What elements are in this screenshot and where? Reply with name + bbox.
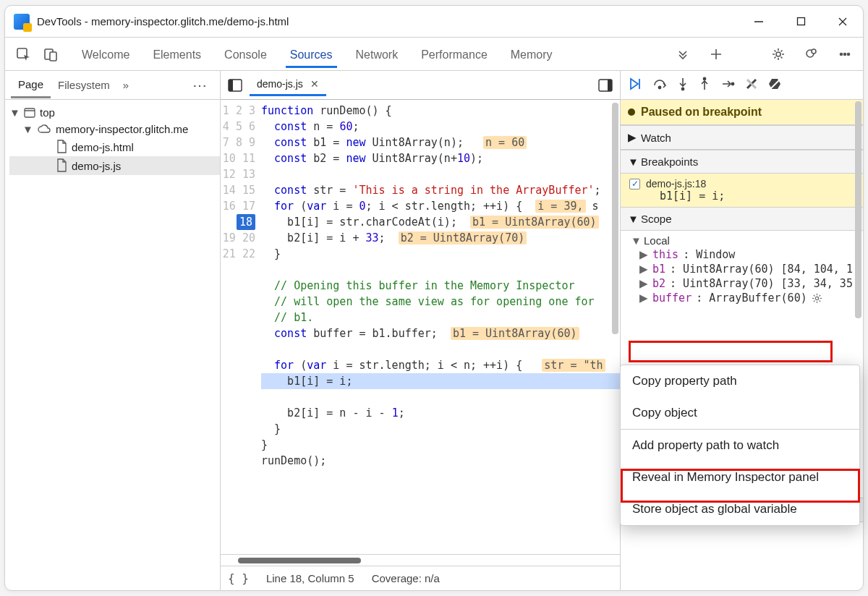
editor-statusbar: { } Line 18, Column 5 Coverage: n/a — [221, 566, 620, 590]
tab-welcome[interactable]: Welcome — [80, 41, 131, 67]
file-tree: ▼ top ▼ memory-inspector.glitch.me demo-… — [5, 100, 220, 175]
scope-section-header[interactable]: ▼Scope — [621, 207, 863, 231]
code-editor[interactable]: 1 2 3 4 5 6 7 8 9 10 11 12 13 14 15 16 1… — [221, 100, 620, 554]
svg-point-32 — [815, 297, 818, 299]
close-tab-icon[interactable]: ✕ — [310, 78, 319, 90]
window-maximize-button[interactable] — [783, 7, 818, 37]
scope-body: ▼Local ▶this: Window ▶b1: Uint8Array(60)… — [621, 231, 863, 310]
kebab-menu-icon[interactable] — [833, 42, 857, 67]
paused-banner: Paused on breakpoint — [621, 100, 863, 125]
scope-local-label: Local — [644, 234, 670, 247]
document-icon — [56, 140, 67, 154]
feedback-icon[interactable] — [799, 42, 824, 67]
navigator-tab-filesystem[interactable]: Filesystem — [51, 73, 117, 97]
scope-label: Scope — [641, 213, 672, 225]
window-close-button[interactable] — [825, 7, 860, 37]
navigator-more-icon[interactable]: ⋯ — [187, 77, 214, 94]
window-title: DevTools - memory-inspector.glitch.me/de… — [37, 15, 289, 27]
breakpoint-item[interactable]: demo-js.js:18 b1[i] = i; — [621, 174, 863, 207]
ctx-reveal-memory-inspector[interactable]: Reveal in Memory Inspector panel — [621, 461, 859, 493]
window-minimize-button[interactable] — [741, 7, 776, 37]
scope-b1[interactable]: ▶b1: Uint8Array(60) [84, 104, 1 — [628, 262, 863, 276]
tab-network[interactable]: Network — [354, 41, 400, 67]
scope-b2[interactable]: ▶b2: Uint8Array(70) [33, 34, 35 — [628, 276, 863, 291]
tab-memory[interactable]: Memory — [509, 41, 554, 67]
tab-performance[interactable]: Performance — [420, 41, 489, 67]
tree-origin-label: memory-inspector.glitch.me — [56, 123, 188, 135]
svg-line-40 — [814, 300, 815, 302]
coverage-status: Coverage: n/a — [372, 572, 440, 584]
step-icon[interactable] — [720, 77, 735, 93]
toggle-navigator-icon[interactable] — [225, 75, 245, 95]
svg-rect-6 — [50, 52, 56, 61]
tree-file-js[interactable]: demo-js.js — [9, 156, 220, 175]
svg-point-14 — [848, 53, 850, 55]
tree-top-frame[interactable]: ▼ top — [9, 104, 220, 121]
inspect-element-icon[interactable] — [11, 42, 35, 67]
ctx-copy-object[interactable]: Copy object — [621, 397, 859, 429]
deactivate-breakpoints-icon[interactable] — [745, 77, 758, 93]
titlebar: DevTools - memory-inspector.glitch.me/de… — [5, 6, 863, 38]
svg-point-26 — [703, 77, 705, 80]
navigator-tabs: Page Filesystem » ⋯ — [5, 71, 220, 100]
step-over-icon[interactable] — [652, 77, 667, 93]
tab-sources[interactable]: Sources — [289, 41, 334, 67]
breakpoints-section-header[interactable]: ▼Breakpoints — [621, 150, 863, 174]
tab-console[interactable]: Console — [223, 41, 268, 67]
ctx-store-global[interactable]: Store object as global variable — [621, 493, 859, 525]
breakpoint-code: b1[i] = i; — [629, 190, 856, 203]
editor-tab-file[interactable]: demo-js.js ✕ — [250, 74, 326, 96]
tree-origin[interactable]: ▼ memory-inspector.glitch.me — [9, 121, 220, 137]
editor-tabbar: demo-js.js ✕ — [221, 71, 620, 100]
debugger-toolbar — [621, 71, 863, 100]
editor-vertical-scrollbar[interactable] — [610, 103, 620, 551]
tree-file-js-label: demo-js.js — [72, 160, 121, 172]
svg-point-28 — [731, 82, 733, 85]
step-into-icon[interactable] — [677, 77, 689, 93]
step-out-icon[interactable] — [699, 77, 710, 93]
context-menu: Copy property path Copy object Add prope… — [620, 365, 860, 526]
cloud-icon — [37, 124, 51, 135]
resume-icon[interactable] — [628, 77, 642, 93]
watch-section-header[interactable]: ▶Watch — [621, 125, 863, 150]
watch-label: Watch — [641, 132, 671, 144]
toggle-debugger-icon[interactable] — [595, 75, 616, 95]
pause-on-exceptions-icon[interactable] — [768, 77, 783, 93]
paused-text: Paused on breakpoint — [641, 106, 762, 119]
scope-buffer[interactable]: ▶buffer: ArrayBuffer(60) — [628, 291, 863, 305]
scope-local-header[interactable]: ▼Local — [628, 234, 863, 247]
tree-file-html-label: demo-js.html — [72, 141, 134, 153]
scope-this[interactable]: ▶this: Window — [628, 247, 863, 262]
ctx-add-watch[interactable]: Add property path to watch — [621, 430, 859, 461]
svg-point-12 — [841, 53, 843, 55]
navigator-overflow-icon[interactable]: » — [123, 79, 129, 91]
svg-point-22 — [658, 86, 660, 88]
tab-elements[interactable]: Elements — [151, 41, 203, 67]
app-icon — [14, 14, 30, 30]
tree-file-html[interactable]: demo-js.html — [9, 137, 220, 156]
editor-tab-label: demo-js.js — [257, 78, 303, 90]
device-toolbar-icon[interactable] — [38, 42, 63, 67]
code-content[interactable]: function runDemo() { const n = 60; const… — [261, 100, 620, 554]
tree-top-label: top — [40, 106, 55, 119]
settings-gear-icon[interactable] — [766, 42, 791, 67]
svg-point-24 — [681, 88, 684, 90]
more-tabs-icon[interactable] — [671, 42, 695, 67]
navigator-tab-page[interactable]: Page — [11, 72, 51, 98]
svg-line-37 — [814, 294, 815, 296]
frame-icon — [24, 108, 35, 118]
add-tab-icon[interactable] — [704, 42, 728, 67]
breakpoints-label: Breakpoints — [641, 156, 698, 168]
svg-line-38 — [819, 300, 820, 302]
svg-point-9 — [776, 52, 780, 56]
svg-point-13 — [844, 53, 846, 55]
line-gutter[interactable]: 1 2 3 4 5 6 7 8 9 10 11 12 13 14 15 16 1… — [221, 100, 261, 554]
editor-horizontal-scrollbar[interactable] — [221, 554, 620, 566]
pretty-print-icon[interactable]: { } — [228, 571, 249, 585]
memory-inspector-gear-icon[interactable] — [812, 293, 822, 304]
svg-rect-1 — [797, 18, 804, 25]
svg-point-11 — [812, 49, 816, 54]
navigator-panel: Page Filesystem » ⋯ ▼ top ▼ memory-inspe… — [5, 71, 221, 590]
breakpoint-checkbox[interactable] — [629, 179, 640, 190]
ctx-copy-property-path[interactable]: Copy property path — [621, 365, 859, 397]
